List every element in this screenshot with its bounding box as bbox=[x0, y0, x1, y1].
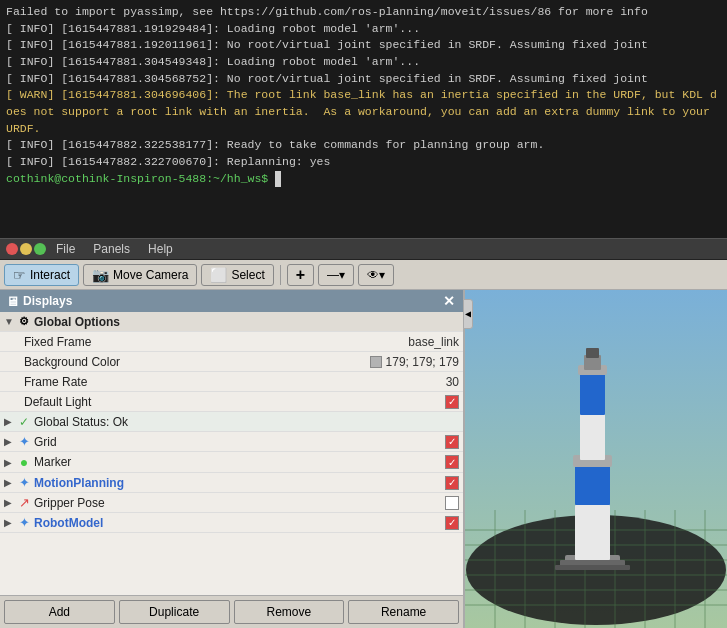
window-close-button[interactable] bbox=[6, 243, 18, 255]
menu-panels[interactable]: Panels bbox=[85, 241, 138, 257]
move-camera-label: Move Camera bbox=[113, 268, 188, 282]
term-line: Failed to import pyassimp, see https://g… bbox=[6, 4, 721, 21]
displays-tree: ▼ ⚙ Global Options Fixed Frame base_link… bbox=[0, 312, 463, 595]
gripper-pose-row: ▶ ↗ Gripper Pose bbox=[0, 493, 463, 513]
term-line: [ INFO] [1615447882.322538177]: Ready to… bbox=[6, 137, 721, 154]
gripper-pose-expand[interactable]: ▶ bbox=[4, 497, 16, 508]
eye-button[interactable]: 👁▾ bbox=[358, 264, 394, 286]
fixed-frame-row: Fixed Frame base_link bbox=[0, 332, 463, 352]
select-icon: ⬜ bbox=[210, 267, 227, 283]
dash-icon: —▾ bbox=[327, 268, 345, 282]
default-light-row: Default Light bbox=[0, 392, 463, 412]
grid-icon: ✦ bbox=[16, 434, 32, 449]
select-button[interactable]: ⬜ Select bbox=[201, 264, 273, 286]
add-button[interactable]: Add bbox=[4, 600, 115, 624]
global-status-label: Global Status: Ok bbox=[34, 415, 459, 429]
fixed-frame-value[interactable]: base_link bbox=[408, 335, 459, 349]
term-line-warn: [ WARN] [1615447881.304696406]: The root… bbox=[6, 87, 721, 137]
motion-planning-expand[interactable]: ▶ bbox=[4, 477, 16, 488]
gripper-pose-label: Gripper Pose bbox=[34, 496, 441, 510]
gripper-pose-icon: ↗ bbox=[16, 495, 32, 510]
frame-rate-label: Frame Rate bbox=[24, 375, 442, 389]
view-options-button[interactable]: —▾ bbox=[318, 264, 354, 286]
robot-model-row: ▶ ✦ RobotModel bbox=[0, 513, 463, 533]
robot-model-check[interactable] bbox=[445, 516, 459, 530]
add-toolbar-button[interactable]: + bbox=[287, 264, 314, 286]
background-color-value[interactable]: 179; 179; 179 bbox=[370, 355, 459, 369]
duplicate-button[interactable]: Duplicate bbox=[119, 600, 230, 624]
color-swatch bbox=[370, 356, 382, 368]
motion-planning-check[interactable] bbox=[445, 476, 459, 490]
global-status-expand[interactable]: ▶ bbox=[4, 416, 16, 427]
camera-icon: 📷 bbox=[92, 267, 109, 283]
svg-rect-21 bbox=[580, 370, 605, 415]
menubar: File Panels Help bbox=[0, 238, 727, 260]
interact-label: Interact bbox=[30, 268, 70, 282]
marker-row: ▶ ● Marker bbox=[0, 452, 463, 473]
interact-icon: ☞ bbox=[13, 267, 26, 283]
move-camera-button[interactable]: 📷 Move Camera bbox=[83, 264, 197, 286]
toolbar: ☞ Interact 📷 Move Camera ⬜ Select + —▾ 👁… bbox=[0, 260, 727, 290]
robot-model-expand[interactable]: ▶ bbox=[4, 517, 16, 528]
window-maximize-button[interactable] bbox=[34, 243, 46, 255]
marker-check[interactable] bbox=[445, 455, 459, 469]
motion-planning-row: ▶ ✦ MotionPlanning bbox=[0, 473, 463, 493]
robot-model-label: RobotModel bbox=[34, 516, 441, 530]
default-light-label: Default Light bbox=[24, 395, 441, 409]
panel-collapse-arrow[interactable]: ◀ bbox=[463, 299, 473, 329]
grid-row: ▶ ✦ Grid bbox=[0, 432, 463, 452]
grid-checkbox[interactable] bbox=[445, 435, 459, 449]
gripper-pose-check[interactable] bbox=[445, 496, 459, 510]
grid-label: Grid bbox=[34, 435, 441, 449]
global-status-row: ▶ ✓ Global Status: Ok bbox=[0, 412, 463, 432]
displays-close-button[interactable]: ✕ bbox=[441, 294, 457, 308]
fixed-frame-label: Fixed Frame bbox=[24, 335, 404, 349]
global-options-label: Global Options bbox=[34, 315, 459, 329]
left-panel: 🖥 Displays ✕ ▼ ⚙ Global Options Fixed Fr… bbox=[0, 290, 465, 628]
main-content: 🖥 Displays ✕ ▼ ⚙ Global Options Fixed Fr… bbox=[0, 290, 727, 628]
gripper-pose-checkbox[interactable] bbox=[445, 496, 459, 510]
marker-label: Marker bbox=[34, 455, 441, 469]
global-options-icon: ⚙ bbox=[16, 315, 32, 328]
robot-model-checkbox[interactable] bbox=[445, 516, 459, 530]
remove-button[interactable]: Remove bbox=[234, 600, 345, 624]
marker-icon: ● bbox=[16, 454, 32, 470]
marker-expand[interactable]: ▶ bbox=[4, 457, 16, 468]
motion-planning-icon: ✦ bbox=[16, 475, 32, 490]
select-label: Select bbox=[231, 268, 264, 282]
svg-rect-17 bbox=[575, 505, 610, 560]
displays-title-label: Displays bbox=[23, 294, 72, 308]
grid-expand[interactable]: ▶ bbox=[4, 436, 16, 447]
default-light-check[interactable] bbox=[445, 395, 459, 409]
term-line: [ INFO] [1615447881.304568752]: No root/… bbox=[6, 71, 721, 88]
global-options-expand[interactable]: ▼ bbox=[4, 316, 16, 327]
term-line: [ INFO] [1615447882.322700670]: Replanni… bbox=[6, 154, 721, 171]
eye-icon: 👁▾ bbox=[367, 268, 385, 282]
displays-title: 🖥 Displays bbox=[6, 294, 72, 309]
grid-check[interactable] bbox=[445, 435, 459, 449]
marker-checkbox[interactable] bbox=[445, 455, 459, 469]
motion-planning-checkbox[interactable] bbox=[445, 476, 459, 490]
background-color-label: Background Color bbox=[24, 355, 366, 369]
frame-rate-row: Frame Rate 30 bbox=[0, 372, 463, 392]
term-prompt: cothink@cothink-Inspiron-5488:~/hh_ws$ bbox=[6, 171, 721, 188]
displays-header: 🖥 Displays ✕ bbox=[0, 290, 463, 312]
menu-help[interactable]: Help bbox=[140, 241, 181, 257]
frame-rate-value[interactable]: 30 bbox=[446, 375, 459, 389]
svg-rect-20 bbox=[580, 410, 605, 460]
window-minimize-button[interactable] bbox=[20, 243, 32, 255]
default-light-checkbox[interactable] bbox=[445, 395, 459, 409]
motion-planning-label: MotionPlanning bbox=[34, 476, 441, 490]
rename-button[interactable]: Rename bbox=[348, 600, 459, 624]
interact-button[interactable]: ☞ Interact bbox=[4, 264, 79, 286]
term-line: [ INFO] [1615447881.304549348]: Loading … bbox=[6, 54, 721, 71]
bottom-buttons: Add Duplicate Remove Rename bbox=[0, 595, 463, 628]
background-color-text: 179; 179; 179 bbox=[386, 355, 459, 369]
menu-file[interactable]: File bbox=[48, 241, 83, 257]
separator bbox=[280, 265, 281, 285]
svg-rect-26 bbox=[555, 565, 630, 570]
terminal: Failed to import pyassimp, see https://g… bbox=[0, 0, 727, 238]
svg-rect-24 bbox=[586, 348, 599, 358]
viewport-3d[interactable] bbox=[465, 290, 727, 628]
global-status-icon: ✓ bbox=[16, 415, 32, 429]
